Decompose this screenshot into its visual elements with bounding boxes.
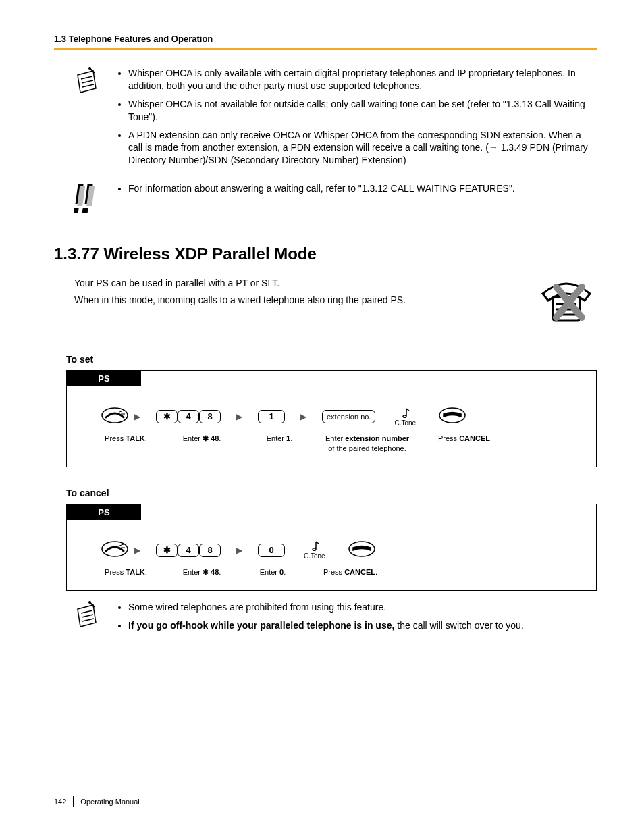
arrow-icon: ▶ <box>300 412 306 421</box>
note-list: For information about answering a waitin… <box>115 182 515 201</box>
note-item: A PDN extension can only receive OHCA or… <box>128 129 597 167</box>
key-star: ✱ <box>156 544 178 557</box>
label-enter-48: Enter ✱ 48. <box>158 567 246 577</box>
note-item: Whisper OHCA is only available with cert… <box>128 67 597 93</box>
label-talk: Press TALK. <box>94 567 158 577</box>
note-item: Whisper OHCA is not available for outsid… <box>128 98 597 124</box>
intro-line: When in this mode, incoming calls to a w… <box>74 294 522 307</box>
note-item: For information about answering a waitin… <box>128 182 515 195</box>
key-star: ✱ <box>156 410 178 423</box>
label-talk: Press TALK. <box>94 434 158 453</box>
key-0: 0 <box>258 544 285 557</box>
key-1: 1 <box>258 410 285 423</box>
header-rule <box>54 48 597 50</box>
key-8: 8 <box>199 410 221 423</box>
procedure-box-set: PS ▶ ✱48 ▶ 1 ▶ extension no. C.Tone <box>66 370 597 467</box>
header-section-label: 1.3 Telephone Features and Operation <box>54 34 597 44</box>
arrow-icon: ▶ <box>236 546 242 555</box>
note-list: Some wired telephones are prohibited fro… <box>115 601 524 637</box>
handset-offhook-icon <box>101 407 129 427</box>
handset-onhook-icon <box>348 540 376 561</box>
page-number: 142 <box>54 798 66 806</box>
label-enter-1: Enter 1. <box>246 434 313 453</box>
phone-prohibited-icon <box>536 277 597 334</box>
note-icon <box>74 601 115 632</box>
label-enter-ext: Enter extension number of the paired tel… <box>313 434 421 453</box>
ctone-icon: C.Tone <box>304 540 325 560</box>
handset-onhook-icon <box>438 407 466 427</box>
arrow-icon: ▶ <box>134 412 140 421</box>
doc-title: Operating Manual <box>80 798 139 806</box>
section-heading: 1.3.77 Wireless XDP Parallel Mode <box>54 244 597 263</box>
procedure-tab: PS <box>67 371 141 386</box>
handset-offhook-icon <box>101 540 129 561</box>
arrow-icon: ▶ <box>236 412 242 421</box>
subheading-to-set: To set <box>66 354 597 365</box>
note-list: Whisper OHCA is only available with cert… <box>115 67 597 172</box>
ctone-icon: C.Tone <box>394 407 416 427</box>
extension-no-box: extension no. <box>322 410 375 423</box>
note-item: If you go off-hook while your paralleled… <box>128 619 524 632</box>
ctone-label: C.Tone <box>394 419 416 427</box>
ctone-label: C.Tone <box>304 552 325 560</box>
svg-point-17 <box>89 602 91 604</box>
important-icon <box>74 182 115 217</box>
svg-point-15 <box>102 542 128 556</box>
label-enter-48: Enter ✱ 48. <box>158 434 246 453</box>
svg-rect-3 <box>74 208 79 213</box>
key-8: 8 <box>199 544 221 557</box>
footer-divider <box>73 796 74 807</box>
page-footer: 142 Operating Manual <box>54 796 140 807</box>
key-4: 4 <box>178 544 199 557</box>
arrow-icon: ▶ <box>134 546 140 555</box>
key-4: 4 <box>178 410 199 423</box>
note-icon <box>74 67 115 98</box>
procedure-box-cancel: PS ▶ ✱48 ▶ 0 C.Tone <box>66 504 597 591</box>
svg-point-0 <box>89 68 91 70</box>
label-cancel: Press CANCEL. <box>300 567 401 577</box>
procedure-tab: PS <box>67 504 141 520</box>
label-enter-0: Enter 0. <box>246 567 300 577</box>
intro-line: Your PS can be used in parallel with a P… <box>74 277 522 290</box>
subheading-to-cancel: To cancel <box>66 488 597 498</box>
svg-rect-4 <box>82 208 88 213</box>
label-cancel: Press CANCEL. <box>421 434 509 453</box>
svg-point-13 <box>102 408 128 423</box>
note-item: Some wired telephones are prohibited fro… <box>128 601 524 614</box>
